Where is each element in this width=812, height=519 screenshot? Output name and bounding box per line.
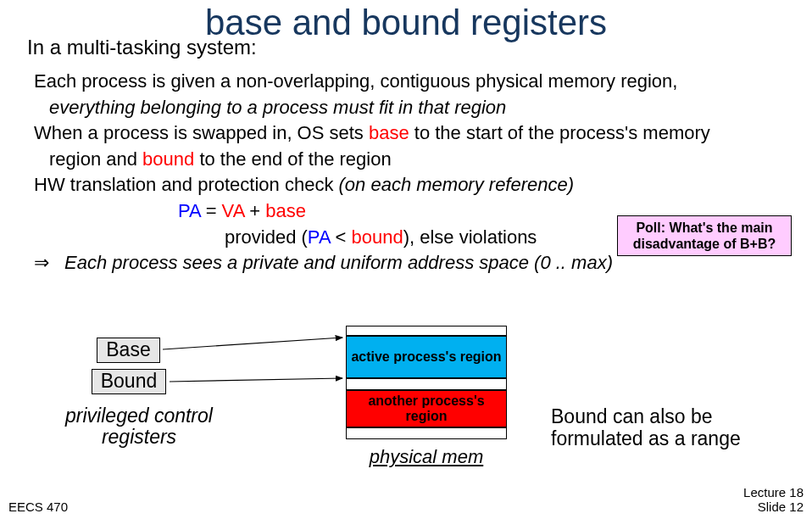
body-line2-cont: region and bound to the end of the regio… <box>34 148 795 172</box>
body-line1b: everything belonging to a process must f… <box>34 96 795 120</box>
bound-note: Bound can also be formulated as a range <box>551 405 805 450</box>
another-region: another process's region <box>346 390 507 427</box>
course-code: EECS 470 <box>8 499 68 514</box>
body-line2: When a process is swapped in, OS sets ba… <box>34 121 795 146</box>
poll-callout: Poll: What's the main disadvantage of B+… <box>617 215 792 256</box>
svg-line-0 <box>163 338 342 349</box>
bound-register-box: Bound <box>92 369 166 394</box>
memory-column: active process's region another process'… <box>346 326 507 439</box>
active-region: active process's region <box>346 336 507 378</box>
body-line1: Each process is given a non-overlapping,… <box>34 70 795 94</box>
body-line3: HW translation and protection check (on … <box>34 173 795 198</box>
base-keyword: base <box>369 122 409 143</box>
bound-keyword: bound <box>142 148 194 170</box>
poll-line1: Poll: What's the main <box>620 220 789 236</box>
mem-gap-0 <box>346 326 507 336</box>
base-term: base <box>265 200 306 221</box>
slide-subtitle: In a multi-tasking system: <box>27 36 257 59</box>
poll-line2: disadvantage of B+B? <box>620 236 789 252</box>
physical-mem-label: physical mem <box>346 446 507 468</box>
implies-icon: ⇒ <box>34 251 59 276</box>
privileged-label: privileged control registers <box>63 405 215 449</box>
diagram-area: Base Bound privileged control registers … <box>0 322 812 519</box>
svg-line-1 <box>170 378 342 382</box>
lecture-slide-number: Lecture 18 Slide 12 <box>743 486 804 514</box>
mem-gap-1 <box>346 378 507 390</box>
mem-gap-2 <box>346 427 507 439</box>
pa-term: PA <box>178 200 201 221</box>
base-register-box: Base <box>97 338 160 363</box>
va-term: VA <box>222 200 245 221</box>
